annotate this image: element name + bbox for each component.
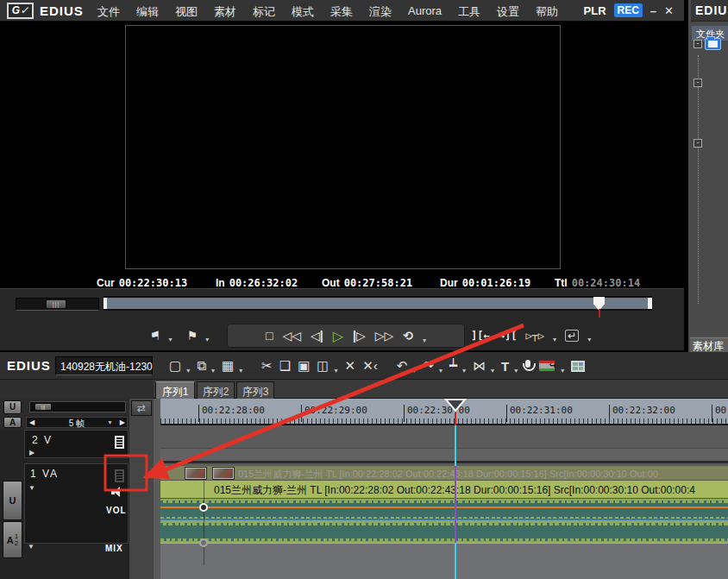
menu-edit[interactable]: 编辑 — [136, 4, 159, 20]
clip-thumbnail-lane[interactable]: 015兰州威力狮-兰州 TL [In:00:22:28:02 Out:00:22… — [160, 466, 728, 481]
add-cut-point-icon[interactable]: ┷ — [449, 358, 457, 374]
stop-button[interactable]: □ — [266, 329, 273, 343]
goto-in-button[interactable]: ][← — [471, 330, 490, 342]
menu-view[interactable]: 视图 — [175, 4, 198, 20]
frame-step-control[interactable]: ◀ 5 帧 ▼ ▶ — [26, 417, 128, 428]
tree-collapse-icon[interactable]: - — [693, 40, 702, 48]
rec-mode-button[interactable]: REC — [614, 3, 643, 17]
menu-aurora[interactable]: Aurora — [408, 4, 442, 20]
cut-icon[interactable]: ✂ — [261, 358, 273, 374]
tab-sequence-1[interactable]: 序列1 — [155, 381, 195, 399]
bin-library-bar[interactable]: 素材库 — [690, 337, 728, 352]
export-to-tape-button[interactable]: ↵ — [565, 330, 579, 342]
mark-out-button[interactable]: ⚑ — [187, 329, 198, 343]
menu-marker[interactable]: 标记 — [253, 4, 275, 20]
ripple-delete-icon[interactable]: ✕‹ — [362, 358, 378, 374]
transition-dropdown[interactable]: ▾ — [491, 367, 494, 374]
save-project-icon[interactable]: ▦ — [222, 358, 234, 374]
track-swap-icon[interactable]: ⇄ — [131, 400, 152, 416]
va-mute-button[interactable]: U — [3, 481, 22, 520]
goto-out-button[interactable]: →][ — [499, 330, 518, 342]
title-tool-icon[interactable]: T — [501, 359, 509, 374]
undo-icon[interactable]: ↶ — [397, 358, 408, 374]
menu-mode[interactable]: 模式 — [292, 4, 314, 20]
undo-dropdown[interactable]: ▾ — [412, 367, 416, 374]
new-dropdown[interactable]: ▾ — [186, 367, 190, 374]
play-around-cursor-button[interactable]: ▷┬▷ — [525, 330, 544, 342]
mark-in-dropdown[interactable]: ▾ — [169, 336, 173, 343]
va-audio-channel-button[interactable]: A 12 — [3, 521, 22, 558]
play-around-dropdown[interactable]: ▾ — [553, 336, 556, 343]
voiceover-mic-icon[interactable] — [524, 360, 531, 372]
tab-sequence-3[interactable]: 序列3 — [236, 381, 274, 399]
clip-label-lane[interactable]: 015兰州威力狮-兰州 TL [In:00:22:28:02 Out:00:22… — [160, 481, 728, 499]
open-dropdown[interactable]: ▾ — [211, 367, 215, 374]
menu-capture[interactable]: 采集 — [330, 4, 353, 20]
layout-grid-icon[interactable] — [571, 361, 585, 372]
redo-dropdown[interactable]: ▾ — [439, 367, 442, 374]
frame-step-right-icon[interactable]: ▶ — [120, 419, 125, 426]
track-header-1va[interactable]: 1 VA ▼ VOL — [24, 463, 129, 544]
audio-mute-speaker-icon[interactable] — [111, 487, 123, 497]
copy-icon[interactable]: ❑ — [279, 358, 291, 374]
export-icon[interactable]: ↪ — [538, 360, 555, 372]
track-height-handle[interactable]: ||| — [35, 403, 52, 411]
mark-out-dropdown[interactable]: ▾ — [205, 336, 209, 343]
tree-collapse-icon[interactable]: - — [693, 139, 702, 148]
track-header-2v[interactable]: 2 V — [24, 430, 129, 458]
save-dropdown[interactable]: ▾ — [239, 367, 242, 374]
redo-icon[interactable]: ↷ — [423, 358, 434, 374]
menu-clip[interactable]: 素材 — [214, 4, 236, 20]
mix-lane[interactable] — [160, 543, 728, 579]
new-sequence-icon[interactable]: ▢ — [169, 358, 181, 374]
playhead-marker[interactable] — [444, 399, 467, 412]
play-button[interactable]: ▷ — [333, 328, 343, 344]
tree-collapse-icon[interactable]: - — [693, 79, 702, 87]
mix-keyframe-node[interactable] — [199, 538, 208, 547]
close-button[interactable]: ✕ — [664, 4, 674, 17]
mute-all-button[interactable]: U — [3, 400, 22, 414]
volume-rubberband-line[interactable] — [160, 507, 728, 508]
position-bar[interactable] — [104, 296, 652, 311]
menu-settings[interactable]: 设置 — [497, 4, 519, 20]
mark-in-button[interactable]: ⚑ — [150, 329, 161, 343]
track-2v-sublane[interactable] — [160, 449, 728, 463]
track-height-slider[interactable]: ||| — [29, 401, 126, 412]
transition-icon[interactable]: ⋈ — [473, 358, 486, 374]
menu-help[interactable]: 帮助 — [536, 4, 558, 20]
replace-dropdown[interactable]: ▾ — [335, 367, 338, 374]
title-dropdown[interactable]: ▾ — [514, 367, 518, 374]
menu-render[interactable]: 渲染 — [369, 4, 392, 20]
export-to-tape-dropdown[interactable]: ▾ — [587, 336, 591, 343]
track-2v-lane[interactable] — [160, 425, 728, 449]
folder-icon[interactable] — [705, 38, 721, 50]
menu-tools[interactable]: 工具 — [458, 4, 480, 20]
previous-frame-button[interactable]: ◁| — [311, 329, 323, 343]
vol-rubberband-label[interactable]: VOL — [106, 506, 127, 515]
frame-step-dropdown-icon[interactable]: ▼ — [107, 419, 113, 425]
next-frame-button[interactable]: |▷ — [353, 329, 366, 343]
audio-waveform-channel-2[interactable] — [160, 521, 728, 543]
add-cut-dropdown[interactable]: ▾ — [462, 367, 466, 374]
export-dropdown[interactable]: ▾ — [561, 367, 564, 374]
minimize-button[interactable]: – — [650, 4, 656, 17]
plr-mode-button[interactable]: PLR — [584, 4, 606, 17]
track-1va-collapse-icon[interactable]: ▼ — [28, 484, 35, 492]
rewind-button[interactable]: ◁◁ — [282, 329, 301, 343]
replace-clip-icon[interactable]: ◫ — [317, 358, 329, 374]
mix-collapse-icon[interactable]: ▼ — [28, 543, 35, 551]
delete-icon[interactable]: ✕ — [345, 358, 356, 374]
open-project-icon[interactable]: ⧉ — [197, 358, 206, 374]
project-name-box[interactable]: 140928无机油-1230 — [55, 356, 153, 375]
fast-forward-button[interactable]: ▷▷ — [375, 329, 394, 343]
video-mute-icon-dimmed[interactable] — [115, 469, 124, 482]
loop-play-button[interactable]: ⟲ — [403, 329, 413, 343]
tab-sequence-2[interactable]: 序列2 — [197, 381, 235, 399]
paste-icon[interactable]: ▣ — [298, 358, 310, 374]
menu-file[interactable]: 文件 — [97, 4, 120, 20]
video-mute-icon[interactable] — [115, 436, 124, 449]
audio-monitor-button[interactable]: A — [3, 417, 22, 428]
volume-keyframe-node[interactable] — [199, 503, 208, 512]
shuttle-slider[interactable]: ||| — [16, 298, 99, 311]
mix-rubberband-label[interactable]: MIX — [105, 544, 123, 553]
